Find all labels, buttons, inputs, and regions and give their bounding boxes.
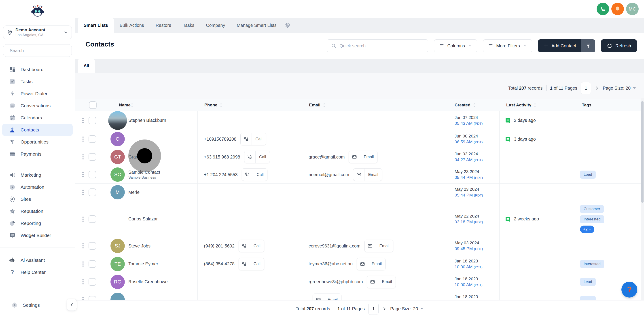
account-switcher[interactable]: Demo Account Los Angeles, CA bbox=[3, 26, 72, 39]
help-button[interactable]: ? bbox=[622, 282, 637, 298]
tab-all[interactable]: All bbox=[78, 59, 95, 73]
drag-handle-icon[interactable] bbox=[82, 243, 84, 249]
call-button[interactable]: Call bbox=[240, 133, 266, 145]
row-checkbox[interactable] bbox=[88, 171, 96, 178]
email-button[interactable]: Email bbox=[312, 294, 342, 300]
contact-name[interactable]: Tommie Eymer bbox=[128, 261, 158, 266]
contact-avatar[interactable]: SC bbox=[110, 168, 125, 182]
contact-name[interactable]: Sample Contact bbox=[128, 170, 160, 175]
sidebar-item-marketing[interactable]: Marketing bbox=[2, 169, 73, 181]
sort-icon[interactable] bbox=[130, 102, 134, 108]
row-checkbox[interactable] bbox=[88, 117, 96, 124]
column-header-last-activity[interactable]: Last Activity bbox=[500, 99, 575, 111]
next-page-icon[interactable] bbox=[594, 86, 599, 90]
contact-name[interactable]: Grace Test bbox=[128, 154, 150, 160]
contact-avatar[interactable]: M bbox=[110, 185, 125, 200]
tab-smart-lists[interactable]: Smart Lists bbox=[78, 18, 114, 33]
tag-pill[interactable]: Lead bbox=[580, 278, 596, 286]
add-contact-button[interactable]: Add Contact bbox=[538, 39, 582, 52]
next-page-icon[interactable] bbox=[382, 306, 386, 311]
call-button[interactable]: Call bbox=[238, 240, 264, 252]
call-button[interactable]: Call bbox=[244, 151, 270, 163]
tag-pill[interactable]: Customer bbox=[580, 205, 604, 213]
refresh-button[interactable]: Refresh bbox=[601, 39, 637, 52]
sidebar-item-calendars[interactable]: Calendars bbox=[2, 112, 73, 124]
contact-avatar[interactable]: GT bbox=[110, 150, 125, 164]
contact-photo-avatar[interactable] bbox=[108, 111, 127, 130]
drag-handle-icon[interactable] bbox=[82, 216, 84, 222]
sidebar-item-ai-assistant[interactable]: Ai Assistant bbox=[2, 254, 73, 266]
row-checkbox[interactable] bbox=[88, 135, 96, 143]
column-header-phone[interactable]: Phone bbox=[198, 99, 302, 111]
sidebar-item-settings[interactable]: Settings bbox=[4, 299, 62, 311]
row-checkbox[interactable] bbox=[88, 278, 96, 286]
drag-handle-icon[interactable] bbox=[82, 279, 84, 285]
tag-pill[interactable]: Lead bbox=[580, 170, 596, 178]
sidebar-item-conversations[interactable]: Conversations bbox=[2, 100, 73, 112]
row-checkbox[interactable] bbox=[88, 296, 96, 300]
contact-name[interactable]: Stephen Blackburn bbox=[128, 118, 166, 123]
sidebar-item-tasks[interactable]: Tasks bbox=[2, 76, 73, 88]
email-button[interactable]: Email bbox=[367, 276, 396, 288]
user-avatar[interactable]: MC bbox=[626, 3, 639, 15]
contact-avatar[interactable] bbox=[110, 293, 125, 300]
drag-handle-icon[interactable] bbox=[82, 118, 84, 124]
sidebar-item-payments[interactable]: Payments bbox=[2, 148, 73, 160]
drag-handle-icon[interactable] bbox=[82, 261, 84, 267]
contact-name[interactable]: Carlos Salazar bbox=[128, 216, 158, 222]
drag-handle-icon[interactable] bbox=[82, 154, 84, 160]
column-header-email[interactable]: Email bbox=[302, 99, 448, 111]
sidebar-item-sites[interactable]: Sites bbox=[2, 193, 73, 205]
sidebar-item-opportunities[interactable]: Opportunities bbox=[2, 136, 73, 148]
dialer-button[interactable] bbox=[596, 3, 609, 15]
sort-icon[interactable] bbox=[220, 102, 222, 108]
sidebar-item-contacts[interactable]: Contacts bbox=[2, 124, 73, 136]
tag-pill[interactable]: Interested bbox=[580, 215, 604, 223]
select-all-checkbox[interactable] bbox=[89, 101, 96, 109]
tag-pill[interactable]: Interested bbox=[580, 260, 604, 268]
more-tags-pill[interactable]: +2 bbox=[580, 226, 594, 233]
quick-search-input[interactable] bbox=[340, 43, 424, 48]
contact-name[interactable]: Steve Jobs bbox=[128, 244, 150, 248]
tab-tasks[interactable]: Tasks bbox=[177, 18, 200, 33]
drag-handle-icon[interactable] bbox=[82, 297, 84, 300]
email-button[interactable]: Email bbox=[353, 168, 382, 181]
email-button[interactable]: Email bbox=[357, 258, 386, 270]
contact-photo-avatar[interactable] bbox=[108, 210, 127, 228]
drag-handle-icon[interactable] bbox=[82, 136, 84, 142]
row-checkbox[interactable] bbox=[88, 260, 96, 268]
tab-company[interactable]: Company bbox=[200, 18, 231, 33]
call-button[interactable]: Call bbox=[242, 168, 268, 181]
row-checkbox[interactable] bbox=[88, 153, 96, 161]
sidebar-item-dashboard[interactable]: Dashboard bbox=[2, 64, 73, 76]
call-button[interactable]: Call bbox=[238, 258, 264, 270]
smart-lists-settings-gear-icon[interactable] bbox=[282, 18, 293, 33]
sidebar-item-reporting[interactable]: Reporting bbox=[2, 217, 73, 229]
tab-bulk-actions[interactable]: Bulk Actions bbox=[114, 18, 150, 33]
sort-icon[interactable] bbox=[473, 102, 476, 108]
sort-icon[interactable] bbox=[534, 102, 536, 108]
sort-icon[interactable] bbox=[323, 102, 326, 108]
column-header-created[interactable]: Created bbox=[448, 99, 500, 111]
sidebar-search-input[interactable] bbox=[10, 48, 69, 53]
columns-button[interactable]: Columns bbox=[434, 39, 477, 52]
row-checkbox[interactable] bbox=[88, 188, 96, 196]
sidebar-item-automation[interactable]: Automation bbox=[2, 181, 73, 193]
sidebar-item-widget-builder[interactable]: Widget Builder bbox=[2, 229, 73, 242]
email-button[interactable]: Email bbox=[364, 240, 393, 252]
column-header-name[interactable]: Name bbox=[75, 99, 198, 111]
contact-avatar[interactable]: O bbox=[110, 132, 125, 146]
import-contacts-button[interactable] bbox=[582, 39, 595, 52]
contact-avatar[interactable]: RG bbox=[110, 275, 125, 289]
contact-avatar[interactable]: TE bbox=[110, 257, 125, 271]
notifications-button[interactable] bbox=[611, 3, 624, 15]
tag-pill[interactable] bbox=[580, 296, 596, 300]
sidebar-collapse-button[interactable] bbox=[67, 299, 77, 311]
contact-name[interactable]: Roselle Greenhowe bbox=[128, 279, 168, 284]
contact-name[interactable]: Merie bbox=[128, 190, 140, 195]
drag-handle-icon[interactable] bbox=[82, 189, 84, 195]
scrollbar-thumb[interactable] bbox=[641, 101, 644, 203]
tab-restore[interactable]: Restore bbox=[150, 18, 177, 33]
sidebar-item-reputation[interactable]: Reputation bbox=[2, 205, 73, 217]
row-checkbox[interactable] bbox=[88, 215, 96, 223]
